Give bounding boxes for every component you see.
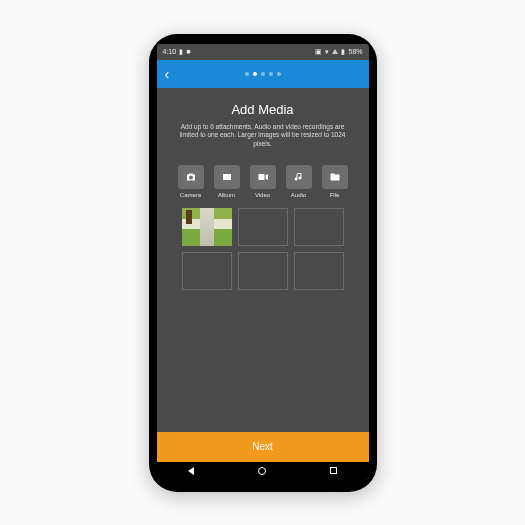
option-album[interactable]: Album bbox=[212, 165, 242, 198]
android-navbar bbox=[157, 462, 369, 480]
progress-dot bbox=[245, 72, 249, 76]
option-label: Video bbox=[255, 192, 270, 198]
option-label: Album bbox=[218, 192, 235, 198]
camera-icon bbox=[185, 171, 197, 183]
album-icon bbox=[221, 171, 233, 183]
option-video[interactable]: Video bbox=[248, 165, 278, 198]
signal-icon bbox=[332, 49, 338, 54]
audio-icon bbox=[293, 171, 305, 183]
app-header: ‹ bbox=[157, 60, 369, 88]
cast-icon: ▣ bbox=[315, 48, 322, 56]
page-description: Add up to 6 attachments. Audio and video… bbox=[169, 123, 357, 159]
video-icon bbox=[257, 171, 269, 183]
notification-icon: ■ bbox=[186, 48, 190, 55]
notification-icon: ▮ bbox=[179, 48, 183, 56]
nav-recent-icon[interactable] bbox=[330, 467, 337, 474]
attachment-slot-empty[interactable] bbox=[294, 252, 344, 290]
screen: 4:10 ▮ ■ ▣ ▾ ▮ 58% ‹ Add Medi bbox=[157, 44, 369, 480]
option-file[interactable]: File bbox=[320, 165, 350, 198]
progress-dot bbox=[261, 72, 265, 76]
battery-percent: 58% bbox=[348, 48, 362, 55]
next-button-label: Next bbox=[252, 441, 273, 452]
progress-dot bbox=[277, 72, 281, 76]
nav-home-icon[interactable] bbox=[258, 467, 266, 475]
option-label: Audio bbox=[291, 192, 306, 198]
option-camera[interactable]: Camera bbox=[176, 165, 206, 198]
attachment-slot-filled[interactable] bbox=[182, 208, 232, 246]
option-label: File bbox=[330, 192, 340, 198]
attachment-slot-empty[interactable] bbox=[294, 208, 344, 246]
attachment-slot-empty[interactable] bbox=[238, 252, 288, 290]
progress-dots bbox=[245, 72, 281, 76]
progress-dot-active bbox=[253, 72, 257, 76]
attachment-grid bbox=[169, 208, 357, 290]
page-title: Add Media bbox=[169, 102, 357, 117]
status-time: 4:10 bbox=[163, 48, 177, 55]
media-options-row: Camera Album Video Audio File bbox=[169, 165, 357, 198]
attachment-slot-empty[interactable] bbox=[182, 252, 232, 290]
content-area: Add Media Add up to 6 attachments. Audio… bbox=[157, 88, 369, 432]
progress-dot bbox=[269, 72, 273, 76]
wifi-icon: ▾ bbox=[325, 48, 329, 56]
next-button[interactable]: Next bbox=[157, 432, 369, 462]
attachment-slot-empty[interactable] bbox=[238, 208, 288, 246]
phone-frame: 4:10 ▮ ■ ▣ ▾ ▮ 58% ‹ Add Medi bbox=[149, 34, 377, 492]
option-label: Camera bbox=[180, 192, 201, 198]
back-button[interactable]: ‹ bbox=[165, 67, 170, 81]
battery-icon: ▮ bbox=[341, 48, 345, 56]
option-audio[interactable]: Audio bbox=[284, 165, 314, 198]
nav-back-icon[interactable] bbox=[188, 467, 194, 475]
status-bar: 4:10 ▮ ■ ▣ ▾ ▮ 58% bbox=[157, 44, 369, 60]
folder-icon bbox=[329, 171, 341, 183]
